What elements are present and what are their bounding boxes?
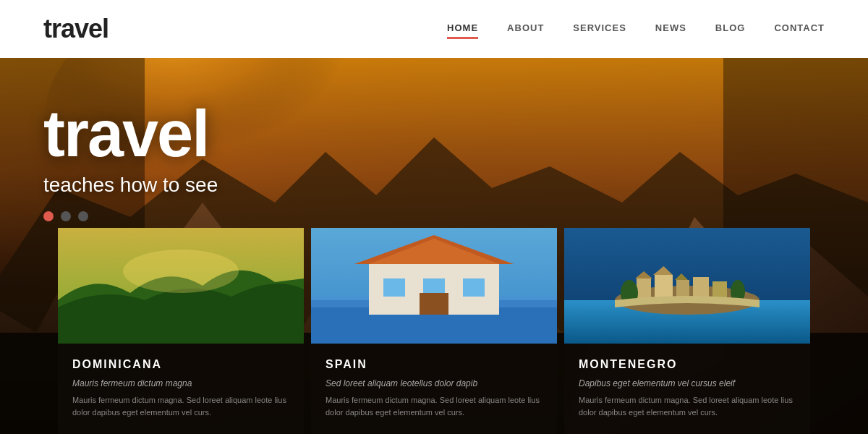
dot-2[interactable] [61,211,71,221]
nav-item-home[interactable]: HOME [447,22,478,36]
svg-rect-19 [637,278,651,300]
card-image-spain [311,228,557,344]
nav-item-services[interactable]: SERVICES [573,22,626,36]
svg-rect-14 [463,278,485,297]
card-body-dominicana: DOMINICANA Mauris fermeum dictum magna M… [58,358,304,420]
hero-content: travel teaches how to see [43,101,218,221]
hero-subtitle: teaches how to see [43,174,218,197]
site-logo[interactable]: travel [43,14,109,44]
cards-section: DOMINICANA Mauris fermeum dictum magna M… [0,228,868,434]
hero-dots [43,211,218,221]
dot-1[interactable] [43,211,54,221]
card-body-montenegro: MONTENEGRO Dapibus eget elementum vel cu… [564,358,810,420]
card-montenegro: MONTENEGRO Dapibus eget elementum vel cu… [564,228,810,434]
card-title-dominicana: DOMINICANA [72,358,289,371]
card-subtitle-spain: Sed loreet aliquam leotellus dolor dapib [326,378,542,388]
card-title-montenegro: MONTENEGRO [579,358,796,371]
svg-rect-12 [383,278,405,297]
card-image-montenegro [564,228,810,344]
nav-item-contact[interactable]: CONTACT [774,22,825,36]
header: travel HOME ABOUT SERVICES NEWS BLOG CON… [0,0,868,58]
svg-rect-15 [420,293,448,315]
card-image-dominicana [58,228,304,344]
svg-point-7 [123,250,239,293]
card-text-montenegro: Mauris fermeum dictum magna. Sed loreet … [579,394,796,420]
card-spain: SPAIN Sed loreet aliquam leotellus dolor… [311,228,557,434]
main-nav: HOME ABOUT SERVICES NEWS BLOG CONTACT [447,22,825,36]
card-text-spain: Mauris fermeum dictum magna. Sed loreet … [326,394,542,420]
nav-item-news[interactable]: NEWS [655,22,686,36]
card-dominicana: DOMINICANA Mauris fermeum dictum magna M… [58,228,304,434]
hero-section: travel teaches how to see [0,58,868,434]
nav-item-about[interactable]: ABOUT [507,22,544,36]
dot-3[interactable] [78,211,88,221]
card-subtitle-dominicana: Mauris fermeum dictum magna [72,378,289,388]
spain-illustration [311,228,557,344]
montenegro-illustration [564,228,810,344]
card-title-spain: SPAIN [326,358,542,371]
card-text-dominicana: Mauris fermeum dictum magna. Sed loreet … [72,394,289,420]
nav-item-blog[interactable]: BLOG [715,22,746,36]
hero-title: travel [43,101,218,166]
card-subtitle-montenegro: Dapibus eget elementum vel cursus eleif [579,378,796,388]
dominicana-illustration [58,228,304,344]
card-body-spain: SPAIN Sed loreet aliquam leotellus dolor… [311,358,557,420]
